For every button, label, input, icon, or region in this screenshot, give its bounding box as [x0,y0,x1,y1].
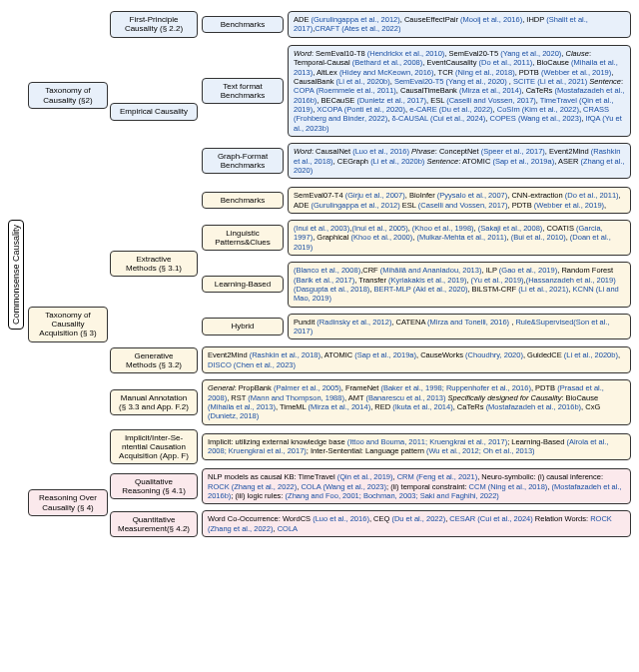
tree-diagram: Commonsense Causality Taxonomy ofCausali… [8,8,631,540]
node-extractive: ExtractiveMethods (§ 3.1) [110,251,198,277]
root-node: Commonsense Causality [8,220,24,330]
leaf-generative: Event2Mind (Rashkin et al., 2018), ATOMI… [202,346,631,373]
leaf-implicit: Implicit: utilizing external knowledge b… [202,433,631,460]
node-qualitative: QualitativeReasoning (§ 4.1) [110,473,198,499]
node-ext-patterns: LinguisticPatterns&Clues [202,225,284,251]
node-ext-hybrid: Hybrid [202,318,284,335]
node-text-benchmarks: Text formatBenchmarks [202,78,284,104]
node-manual: Manual Annotation(§ 3.3 and App. F.2) [110,389,198,415]
node-ext-benchmarks: Benchmarks [202,192,284,209]
leaf-ext-patterns: (Inui et al., 2003),(Inui et al., 2005),… [288,220,631,256]
node-ext-learning: Learning-Based [202,276,284,293]
leaf-quantitative: Word Co-Occurrence: WordCS (Luo et al., … [202,510,631,537]
node-first-principle: First-PrincipleCausality (§ 2.2) [110,11,198,37]
node-graph-benchmarks: Graph-FormatBenchmarks [202,148,284,174]
leaf-text-content: Word: SemEval10-T8 (Hendrickx et al., 20… [288,45,631,137]
node-reasoning: Reasoning OverCausality (§ 4) [28,489,108,515]
node-taxonomy-causality: Taxonomy ofCausality (§2) [28,82,108,108]
leaf-manual: General: PropBank (Palmer et al., 2005),… [202,379,631,425]
leaf-ext-learning: (Blanco et al., 2008),CRF (Mihăilă and A… [288,262,631,308]
node-fp-benchmarks: Benchmarks [202,16,284,33]
leaf-ext-hybrid: Pundit (Radinsky et al., 2012), CATENA (… [288,314,631,340]
leaf-graph-content: Word: CausalNet (Luo et al., 2016) Phras… [288,143,631,179]
leaf-fp-benchmarks-content: ADE (Gurulingappa et al., 2012), CauseEf… [288,11,631,38]
leaf-qualitative: NLP models as causal KB: TimeTravel (Qin… [202,468,631,504]
node-empirical: Empirical Causality [110,103,198,120]
node-quantitative: QuantitativeMeasurement(§ 4.2) [110,511,198,537]
node-generative: GenerativeMethods (§ 3.2) [110,347,198,373]
leaf-ext-benchmarks: SemEval07-T4 (Girju et al., 2007), BioIn… [288,187,631,214]
node-taxonomy-acquisition: Taxonomy ofCausalityAcquisition (§ 3) [28,307,108,342]
node-implicit: Implicit/Inter-Se-ntential CausationAcqu… [110,429,198,465]
